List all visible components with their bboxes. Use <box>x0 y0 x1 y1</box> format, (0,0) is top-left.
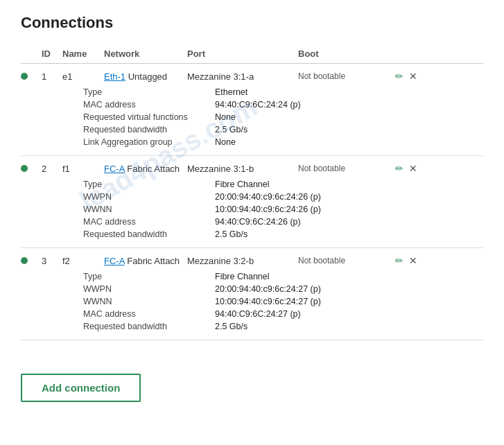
detail-row: WWNN10:00:94:40:c9:6c:24:26 (p) <box>83 203 483 216</box>
connection-row: 3f2FC-A Fabric AttachMezzanine 3:2-bNot … <box>21 248 483 340</box>
network-link[interactable]: FC-A <box>104 256 125 266</box>
detail-label: Type <box>83 272 215 281</box>
connection-boot: Not bootable <box>298 71 395 81</box>
detail-value: 20:00:94:40:c9:6c:24:27 (p) <box>215 284 483 294</box>
page-title: Connections <box>21 14 483 32</box>
col-network: Network <box>104 49 187 59</box>
connection-port: Mezzanine 3:2-b <box>187 256 298 266</box>
detail-row: Link Aggregation groupNone <box>83 136 483 148</box>
detail-row: TypeFibre Channel <box>83 178 483 191</box>
connection-actions: ✏✕ <box>395 255 437 266</box>
connection-actions: ✏✕ <box>395 163 437 174</box>
status-dot <box>21 164 42 174</box>
detail-label: Type <box>83 180 215 189</box>
detail-label: Requested bandwidth <box>83 125 215 134</box>
detail-row: TypeFibre Channel <box>83 270 483 283</box>
col-port: Port <box>187 49 298 59</box>
connection-boot: Not bootable <box>298 164 395 173</box>
connection-network: FC-A Fabric Attach <box>104 164 187 174</box>
edit-icon[interactable]: ✏ <box>395 71 403 82</box>
connection-network: Eth-1 Untagged <box>104 71 187 82</box>
connection-main-row: 3f2FC-A Fabric AttachMezzanine 3:2-bNot … <box>21 255 483 266</box>
detail-row: MAC address94:40:C9:6C:24:24 (p) <box>83 98 483 111</box>
detail-value: 2.5 Gb/s <box>215 322 483 331</box>
detail-label: Requested virtual functions <box>83 112 215 122</box>
detail-row: Requested bandwidth2.5 Gb/s <box>83 228 483 241</box>
table-header: ID Name Network Port Boot <box>21 44 483 64</box>
add-connection-button[interactable]: Add connection <box>21 374 141 402</box>
detail-label: Requested bandwidth <box>83 229 215 239</box>
detail-value: 10:00:94:40:c9:6c:24:26 (p) <box>215 204 483 214</box>
detail-label: MAC address <box>83 100 215 110</box>
connection-main-row: 2f1FC-A Fabric AttachMezzanine 3:1-bNot … <box>21 163 483 174</box>
detail-label: WWPN <box>83 284 215 294</box>
connection-id: 3 <box>42 256 62 266</box>
detail-label: Link Aggregation group <box>83 137 215 147</box>
connection-port: Mezzanine 3:1-b <box>187 164 298 174</box>
connection-details: TypeEthernetMAC address94:40:C9:6C:24:24… <box>21 86 483 148</box>
detail-row: WWNN10:00:94:40:c9:6c:24:27 (p) <box>83 295 483 308</box>
detail-label: Type <box>83 87 215 97</box>
detail-label: WWNN <box>83 297 215 306</box>
col-boot: Boot <box>298 49 395 59</box>
connection-name: f2 <box>62 256 104 266</box>
connections-container: 1e1Eth-1 UntaggedMezzanine 3:1-aNot boot… <box>21 64 483 340</box>
detail-value: None <box>215 112 483 122</box>
detail-row: WWPN20:00:94:40:c9:6c:24:26 (p) <box>83 191 483 203</box>
detail-label: WWPN <box>83 192 215 202</box>
detail-label: Requested bandwidth <box>83 322 215 331</box>
detail-label: WWNN <box>83 204 215 214</box>
detail-value: 2.5 Gb/s <box>215 125 483 134</box>
connection-network: FC-A Fabric Attach <box>104 256 187 266</box>
connection-id: 1 <box>42 71 62 82</box>
connection-name: e1 <box>62 71 104 82</box>
edit-icon[interactable]: ✏ <box>395 255 403 266</box>
connection-boot: Not bootable <box>298 256 395 265</box>
detail-value: None <box>215 137 483 147</box>
col-name: Name <box>62 49 104 59</box>
network-link[interactable]: Eth-1 <box>104 71 125 82</box>
detail-value: Ethernet <box>215 87 483 97</box>
connection-details: TypeFibre ChannelWWPN20:00:94:40:c9:6c:2… <box>21 270 483 333</box>
detail-value: 94:40:C9:6C:24:26 (p) <box>215 217 483 227</box>
edit-icon[interactable]: ✏ <box>395 163 403 174</box>
status-dot <box>21 256 42 266</box>
detail-value: Fibre Channel <box>215 180 483 189</box>
delete-icon[interactable]: ✕ <box>409 163 417 174</box>
detail-row: MAC address94:40:C9:6C:24:27 (p) <box>83 308 483 320</box>
detail-value: Fibre Channel <box>215 272 483 281</box>
detail-row: Requested bandwidth2.5 Gb/s <box>83 123 483 136</box>
connection-name: f1 <box>62 164 104 174</box>
detail-row: MAC address94:40:C9:6C:24:26 (p) <box>83 216 483 228</box>
connection-main-row: 1e1Eth-1 UntaggedMezzanine 3:1-aNot boot… <box>21 71 483 82</box>
detail-row: WWPN20:00:94:40:c9:6c:24:27 (p) <box>83 283 483 295</box>
connection-id: 2 <box>42 164 62 174</box>
connection-actions: ✏✕ <box>395 71 437 82</box>
connection-port: Mezzanine 3:1-a <box>187 71 298 82</box>
connection-row: 2f1FC-A Fabric AttachMezzanine 3:1-bNot … <box>21 156 483 248</box>
detail-label: MAC address <box>83 217 215 227</box>
detail-label: MAC address <box>83 309 215 319</box>
detail-value: 10:00:94:40:c9:6c:24:27 (p) <box>215 297 483 306</box>
delete-icon[interactable]: ✕ <box>409 71 417 82</box>
network-link[interactable]: FC-A <box>104 164 125 174</box>
detail-value: 94:40:C9:6C:24:27 (p) <box>215 309 483 319</box>
status-dot <box>21 71 42 82</box>
detail-row: Requested bandwidth2.5 Gb/s <box>83 320 483 333</box>
connection-details: TypeFibre ChannelWWPN20:00:94:40:c9:6c:2… <box>21 178 483 241</box>
detail-value: 20:00:94:40:c9:6c:24:26 (p) <box>215 192 483 202</box>
detail-value: 2.5 Gb/s <box>215 229 483 239</box>
connection-row: 1e1Eth-1 UntaggedMezzanine 3:1-aNot boot… <box>21 64 483 156</box>
col-id: ID <box>42 49 62 59</box>
delete-icon[interactable]: ✕ <box>409 255 417 266</box>
detail-row: TypeEthernet <box>83 86 483 98</box>
detail-value: 94:40:C9:6C:24:24 (p) <box>215 100 483 110</box>
detail-row: Requested virtual functionsNone <box>83 111 483 123</box>
